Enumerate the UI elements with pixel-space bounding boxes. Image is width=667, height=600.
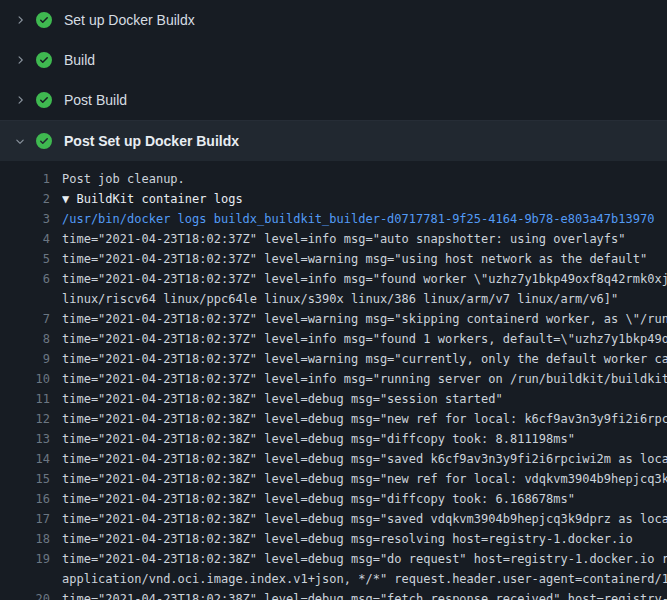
check-circle-icon	[36, 92, 52, 108]
log-line-number[interactable]: 13	[0, 429, 62, 449]
log-line: 15time="2021-04-23T18:02:38Z" level=debu…	[0, 469, 667, 489]
step-label: Set up Docker Buildx	[64, 12, 195, 28]
log-line-number[interactable]: 5	[0, 249, 62, 269]
log-line-text: time="2021-04-23T18:02:37Z" level=info m…	[62, 369, 667, 389]
check-circle-icon	[36, 133, 52, 149]
check-circle-icon	[36, 52, 52, 68]
log-line: 18time="2021-04-23T18:02:38Z" level=debu…	[0, 529, 667, 549]
log-line: 16time="2021-04-23T18:02:38Z" level=debu…	[0, 489, 667, 509]
log-line: 1Post job cleanup.	[0, 169, 667, 189]
log-line-number[interactable]: 2	[0, 189, 62, 209]
log-line-number[interactable]: 19	[0, 549, 62, 569]
log-line-text: time="2021-04-23T18:02:38Z" level=debug …	[62, 489, 575, 509]
log-line: 8time="2021-04-23T18:02:37Z" level=info …	[0, 329, 667, 349]
log-line-number	[0, 289, 62, 309]
log-line-text: linux/riscv64 linux/ppc64le linux/s390x …	[62, 289, 618, 309]
log-line: 2▼ BuildKit container logs	[0, 189, 667, 209]
log-line-text: time="2021-04-23T18:02:37Z" level=warnin…	[62, 249, 647, 269]
log-line: 4time="2021-04-23T18:02:37Z" level=info …	[0, 229, 667, 249]
step-label: Post Build	[64, 92, 127, 108]
step-row-set-up-docker-buildx[interactable]: Set up Docker Buildx	[0, 0, 667, 40]
log-line-text: time="2021-04-23T18:02:37Z" level=warnin…	[62, 349, 667, 369]
step-row-post-set-up-docker-buildx[interactable]: Post Set up Docker Buildx	[0, 120, 667, 161]
log-output[interactable]: 1Post job cleanup.2▼ BuildKit container …	[0, 161, 667, 600]
log-line-text: application/vnd.oci.image.index.v1+json,…	[62, 569, 667, 589]
log-line-number[interactable]: 9	[0, 349, 62, 369]
log-line-number[interactable]: 4	[0, 229, 62, 249]
log-line-text: time="2021-04-23T18:02:37Z" level=info m…	[62, 269, 667, 289]
step-row-build[interactable]: Build	[0, 40, 667, 80]
log-line-number[interactable]: 10	[0, 369, 62, 389]
check-circle-icon	[36, 12, 52, 28]
log-line-text: time="2021-04-23T18:02:37Z" level=info m…	[62, 329, 667, 349]
chevron-right-icon[interactable]	[14, 12, 36, 28]
log-line: 12time="2021-04-23T18:02:38Z" level=debu…	[0, 409, 667, 429]
log-line-text: time="2021-04-23T18:02:38Z" level=debug …	[62, 549, 667, 569]
log-line-text: time="2021-04-23T18:02:38Z" level=debug …	[62, 469, 667, 489]
log-line: 11time="2021-04-23T18:02:38Z" level=debu…	[0, 389, 667, 409]
log-line-number[interactable]: 18	[0, 529, 62, 549]
log-line-number[interactable]: 11	[0, 389, 62, 409]
chevron-right-icon[interactable]	[14, 52, 36, 68]
log-line-text: time="2021-04-23T18:02:38Z" level=debug …	[62, 389, 503, 409]
log-line: 10time="2021-04-23T18:02:37Z" level=info…	[0, 369, 667, 389]
log-line: 6time="2021-04-23T18:02:37Z" level=info …	[0, 269, 667, 289]
log-line-number[interactable]: 17	[0, 509, 62, 529]
log-line-text: time="2021-04-23T18:02:38Z" level=debug …	[62, 409, 667, 429]
log-line-number[interactable]: 1	[0, 169, 62, 189]
log-line-text: time="2021-04-23T18:02:38Z" level=debug …	[62, 589, 667, 600]
log-line-number[interactable]: 20	[0, 589, 62, 600]
log-line-text: time="2021-04-23T18:02:38Z" level=debug …	[62, 449, 667, 469]
step-label: Build	[64, 52, 95, 68]
log-line-number[interactable]: 7	[0, 309, 62, 329]
log-line-continuation: application/vnd.oci.image.index.v1+json,…	[0, 569, 667, 589]
log-command-text: /usr/bin/docker logs buildx_buildkit_bui…	[62, 209, 654, 229]
log-line: 19time="2021-04-23T18:02:38Z" level=debu…	[0, 549, 667, 569]
log-line-number[interactable]: 8	[0, 329, 62, 349]
log-line-number[interactable]: 14	[0, 449, 62, 469]
log-group-toggle[interactable]: ▼ BuildKit container logs	[62, 189, 243, 209]
log-line-text: time="2021-04-23T18:02:38Z" level=debug …	[62, 529, 633, 549]
log-line: 20time="2021-04-23T18:02:38Z" level=debu…	[0, 589, 667, 600]
log-line-number[interactable]: 3	[0, 209, 62, 229]
log-line: 5time="2021-04-23T18:02:37Z" level=warni…	[0, 249, 667, 269]
steps-list: Set up Docker BuildxBuildPost BuildPost …	[0, 0, 667, 600]
log-line-text: time="2021-04-23T18:02:37Z" level=info m…	[62, 229, 626, 249]
log-line-text: Post job cleanup.	[62, 169, 185, 189]
log-line-continuation: linux/riscv64 linux/ppc64le linux/s390x …	[0, 289, 667, 309]
job-log-viewer: Set up Docker BuildxBuildPost BuildPost …	[0, 0, 667, 600]
log-line-text: time="2021-04-23T18:02:38Z" level=debug …	[62, 429, 575, 449]
log-line-text: time="2021-04-23T18:02:37Z" level=warnin…	[62, 309, 667, 329]
log-line: 14time="2021-04-23T18:02:38Z" level=debu…	[0, 449, 667, 469]
step-row-post-build[interactable]: Post Build	[0, 80, 667, 120]
log-line-number[interactable]: 12	[0, 409, 62, 429]
log-line-number[interactable]: 6	[0, 269, 62, 289]
step-label: Post Set up Docker Buildx	[64, 133, 239, 149]
log-line: 17time="2021-04-23T18:02:38Z" level=debu…	[0, 509, 667, 529]
log-line: 9time="2021-04-23T18:02:37Z" level=warni…	[0, 349, 667, 369]
log-line: 7time="2021-04-23T18:02:37Z" level=warni…	[0, 309, 667, 329]
log-line-text: time="2021-04-23T18:02:38Z" level=debug …	[62, 509, 667, 529]
log-line-number	[0, 569, 62, 589]
log-line-number[interactable]: 16	[0, 489, 62, 509]
log-line: 3/usr/bin/docker logs buildx_buildkit_bu…	[0, 209, 667, 229]
log-line: 13time="2021-04-23T18:02:38Z" level=debu…	[0, 429, 667, 449]
chevron-right-icon[interactable]	[14, 92, 36, 108]
log-line-number[interactable]: 15	[0, 469, 62, 489]
chevron-down-icon[interactable]	[14, 133, 36, 149]
